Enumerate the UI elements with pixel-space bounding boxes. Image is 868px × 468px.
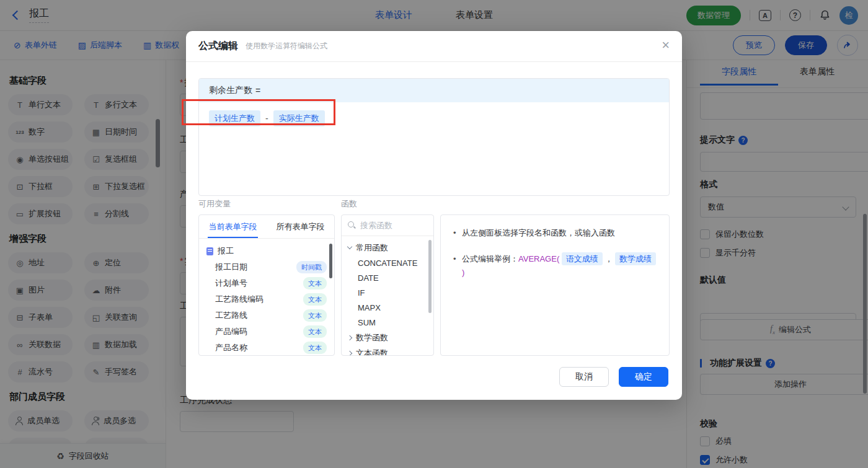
variables-panel: 当前表单字段 所有表单字段 报工 报工日期时间戳 计划单号文本 工艺路线编码文本… [198, 214, 335, 356]
tips-panel: 从左侧面板选择字段名和函数，或输入函数 公式编辑举例：AVERAGE( 语文成绩… [440, 214, 670, 356]
function-item[interactable]: CONCATENATE [342, 255, 433, 270]
type-tag: 文本 [303, 277, 327, 289]
functions-scrollbar[interactable] [428, 240, 432, 313]
close-icon[interactable]: × [662, 38, 670, 52]
function-group-math[interactable]: 数学函数 [342, 330, 433, 345]
example-function-close: ) [462, 268, 464, 277]
function-item[interactable]: DATE [342, 270, 433, 285]
function-search-input[interactable] [360, 221, 427, 230]
type-tag: 文本 [303, 325, 327, 338]
variable-row[interactable]: 产品名称文本 [199, 340, 334, 356]
formula-chip-actual[interactable]: 实际生产数 [273, 110, 325, 126]
tab-all-form-fields[interactable]: 所有表单字段 [267, 215, 334, 238]
variable-row[interactable]: 计划单号文本 [199, 275, 334, 291]
functions-section-label: 函数 [341, 198, 357, 210]
chevron-right-icon [347, 335, 352, 340]
tab-current-form-fields[interactable]: 当前表单字段 [199, 215, 267, 238]
type-tag: 文本 [303, 342, 327, 354]
function-group-common[interactable]: 常用函数 [342, 240, 433, 255]
tip-prefix: 公式编辑举例： [462, 254, 518, 263]
minus-operator: - [265, 113, 268, 123]
function-item[interactable]: MAPX [342, 300, 433, 315]
variable-row[interactable]: 报工日期时间戳 [199, 259, 334, 275]
formula-chip-planned[interactable]: 计划生产数 [209, 110, 260, 126]
formula-expression: 计划生产数 - 实际生产数 [199, 102, 669, 135]
type-tag: 文本 [303, 309, 327, 322]
example-chip-math-score: 数学成绩 [615, 252, 656, 265]
type-tag: 时间戳 [296, 261, 327, 273]
variable-row[interactable]: 工艺路线编码文本 [199, 291, 334, 307]
example-comma: ， [604, 254, 613, 263]
confirm-button[interactable]: 确定 [619, 367, 668, 387]
modal-header: 公式编辑 使用数学运算符编辑公式 × [186, 31, 682, 62]
function-item[interactable]: SUM [342, 315, 433, 330]
example-function-open: AVERAGE( [518, 254, 559, 263]
formula-edit-modal: 公式编辑 使用数学运算符编辑公式 × 剩余生产数 = 计划生产数 - 实际生产数… [186, 31, 682, 400]
function-tree: 常用函数 CONCATENATE DATE IF MAPX SUM 数学函数 文… [342, 236, 433, 356]
form-doc-icon [206, 247, 213, 255]
functions-panel: 常用函数 CONCATENATE DATE IF MAPX SUM 数学函数 文… [341, 214, 434, 356]
app-root: 报工 表单设计 表单设置 数据管理 A ? 检 ⊘ [0, 0, 868, 468]
example-chip-chinese-score: 语文成绩 [562, 252, 603, 265]
formula-target-strip: 剩余生产数 = [199, 79, 669, 102]
root-label: 报工 [218, 245, 234, 257]
function-group-text[interactable]: 文本函数 [342, 345, 433, 356]
variable-row[interactable]: 工艺路线文本 [199, 307, 334, 324]
formula-editor[interactable]: 剩余生产数 = 计划生产数 - 实际生产数 [198, 78, 670, 196]
variable-row[interactable]: 产品编码文本 [199, 324, 334, 340]
tip-line-2: 公式编辑举例：AVERAGE( 语文成绩 ， 数学成绩 ) [452, 252, 658, 280]
chevron-right-icon [347, 350, 352, 355]
formula-equals: = [255, 86, 260, 95]
type-tag: 文本 [303, 293, 327, 306]
formula-target: 剩余生产数 [209, 85, 252, 96]
chevron-down-icon [347, 244, 352, 249]
modal-title: 公式编辑 [198, 40, 238, 53]
tip-line-1: 从左侧面板选择字段名和函数，或输入函数 [452, 226, 658, 240]
function-search[interactable] [342, 215, 433, 236]
variables-root-node[interactable]: 报工 [199, 243, 334, 259]
search-icon [348, 221, 356, 229]
modal-subtitle: 使用数学运算符编辑公式 [246, 41, 327, 51]
cancel-button[interactable]: 取消 [559, 367, 609, 387]
function-item[interactable]: IF [342, 285, 433, 300]
variables-scrollbar[interactable] [329, 244, 332, 278]
variables-section-label: 可用变量 [198, 198, 231, 210]
variables-list: 报工 报工日期时间戳 计划单号文本 工艺路线编码文本 工艺路线文本 产品编码文本… [199, 239, 334, 356]
